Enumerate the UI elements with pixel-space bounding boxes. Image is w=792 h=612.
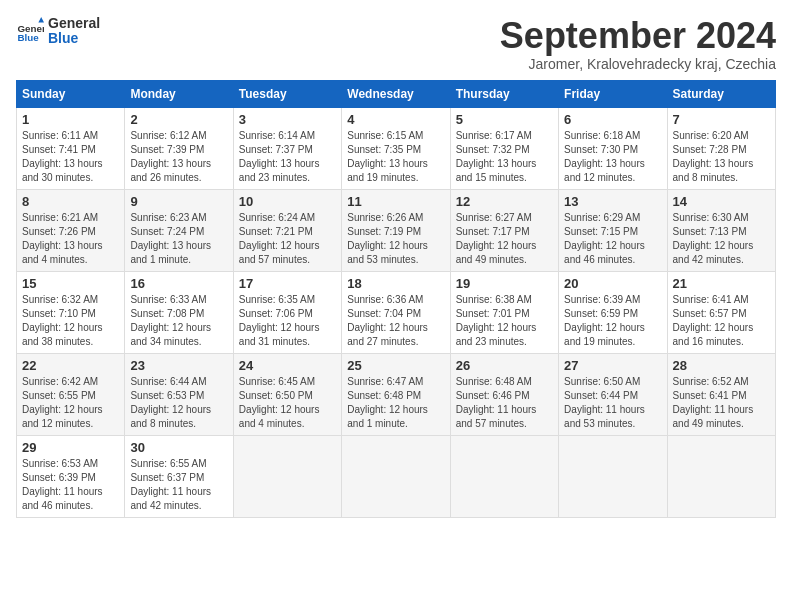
day-number: 4 (347, 112, 444, 127)
day-info: Sunrise: 6:24 AMSunset: 7:21 PMDaylight:… (239, 211, 336, 267)
day-number: 26 (456, 358, 553, 373)
day-number: 13 (564, 194, 661, 209)
svg-marker-2 (38, 17, 44, 23)
header-day-tuesday: Tuesday (233, 80, 341, 107)
calendar-cell: 27Sunrise: 6:50 AMSunset: 6:44 PMDayligh… (559, 353, 667, 435)
logo: General Blue General Blue (16, 16, 100, 47)
svg-text:Blue: Blue (17, 32, 39, 43)
header-day-friday: Friday (559, 80, 667, 107)
calendar-cell: 9Sunrise: 6:23 AMSunset: 7:24 PMDaylight… (125, 189, 233, 271)
day-number: 16 (130, 276, 227, 291)
day-info: Sunrise: 6:44 AMSunset: 6:53 PMDaylight:… (130, 375, 227, 431)
day-info: Sunrise: 6:30 AMSunset: 7:13 PMDaylight:… (673, 211, 770, 267)
calendar-body: 1Sunrise: 6:11 AMSunset: 7:41 PMDaylight… (17, 107, 776, 517)
calendar-cell: 7Sunrise: 6:20 AMSunset: 7:28 PMDaylight… (667, 107, 775, 189)
calendar-cell: 24Sunrise: 6:45 AMSunset: 6:50 PMDayligh… (233, 353, 341, 435)
day-info: Sunrise: 6:36 AMSunset: 7:04 PMDaylight:… (347, 293, 444, 349)
calendar-cell: 2Sunrise: 6:12 AMSunset: 7:39 PMDaylight… (125, 107, 233, 189)
day-number: 24 (239, 358, 336, 373)
day-info: Sunrise: 6:12 AMSunset: 7:39 PMDaylight:… (130, 129, 227, 185)
day-number: 11 (347, 194, 444, 209)
day-info: Sunrise: 6:55 AMSunset: 6:37 PMDaylight:… (130, 457, 227, 513)
calendar-cell: 30Sunrise: 6:55 AMSunset: 6:37 PMDayligh… (125, 435, 233, 517)
calendar-cell: 8Sunrise: 6:21 AMSunset: 7:26 PMDaylight… (17, 189, 125, 271)
day-info: Sunrise: 6:23 AMSunset: 7:24 PMDaylight:… (130, 211, 227, 267)
calendar-table: SundayMondayTuesdayWednesdayThursdayFrid… (16, 80, 776, 518)
day-number: 25 (347, 358, 444, 373)
day-number: 1 (22, 112, 119, 127)
day-info: Sunrise: 6:48 AMSunset: 6:46 PMDaylight:… (456, 375, 553, 431)
day-info: Sunrise: 6:41 AMSunset: 6:57 PMDaylight:… (673, 293, 770, 349)
day-number: 3 (239, 112, 336, 127)
day-number: 30 (130, 440, 227, 455)
day-number: 9 (130, 194, 227, 209)
calendar-cell (233, 435, 341, 517)
calendar-cell (667, 435, 775, 517)
calendar-cell (450, 435, 558, 517)
calendar-cell: 10Sunrise: 6:24 AMSunset: 7:21 PMDayligh… (233, 189, 341, 271)
logo-general: General (48, 16, 100, 31)
day-info: Sunrise: 6:39 AMSunset: 6:59 PMDaylight:… (564, 293, 661, 349)
day-number: 2 (130, 112, 227, 127)
calendar-cell: 1Sunrise: 6:11 AMSunset: 7:41 PMDaylight… (17, 107, 125, 189)
calendar-cell (342, 435, 450, 517)
day-number: 29 (22, 440, 119, 455)
calendar-header: SundayMondayTuesdayWednesdayThursdayFrid… (17, 80, 776, 107)
calendar-cell: 3Sunrise: 6:14 AMSunset: 7:37 PMDaylight… (233, 107, 341, 189)
calendar-cell: 20Sunrise: 6:39 AMSunset: 6:59 PMDayligh… (559, 271, 667, 353)
day-info: Sunrise: 6:20 AMSunset: 7:28 PMDaylight:… (673, 129, 770, 185)
calendar-cell: 4Sunrise: 6:15 AMSunset: 7:35 PMDaylight… (342, 107, 450, 189)
day-info: Sunrise: 6:21 AMSunset: 7:26 PMDaylight:… (22, 211, 119, 267)
header: General Blue General Blue September 2024… (16, 16, 776, 72)
day-number: 7 (673, 112, 770, 127)
day-info: Sunrise: 6:32 AMSunset: 7:10 PMDaylight:… (22, 293, 119, 349)
day-number: 5 (456, 112, 553, 127)
calendar-cell: 23Sunrise: 6:44 AMSunset: 6:53 PMDayligh… (125, 353, 233, 435)
calendar-cell: 21Sunrise: 6:41 AMSunset: 6:57 PMDayligh… (667, 271, 775, 353)
day-info: Sunrise: 6:11 AMSunset: 7:41 PMDaylight:… (22, 129, 119, 185)
calendar-cell: 19Sunrise: 6:38 AMSunset: 7:01 PMDayligh… (450, 271, 558, 353)
header-day-wednesday: Wednesday (342, 80, 450, 107)
logo-blue: Blue (48, 31, 100, 46)
day-info: Sunrise: 6:42 AMSunset: 6:55 PMDaylight:… (22, 375, 119, 431)
title-area: September 2024 Jaromer, Kralovehradecky … (500, 16, 776, 72)
day-number: 6 (564, 112, 661, 127)
calendar-week-5: 29Sunrise: 6:53 AMSunset: 6:39 PMDayligh… (17, 435, 776, 517)
day-info: Sunrise: 6:17 AMSunset: 7:32 PMDaylight:… (456, 129, 553, 185)
day-info: Sunrise: 6:15 AMSunset: 7:35 PMDaylight:… (347, 129, 444, 185)
calendar-cell: 15Sunrise: 6:32 AMSunset: 7:10 PMDayligh… (17, 271, 125, 353)
subtitle: Jaromer, Kralovehradecky kraj, Czechia (500, 56, 776, 72)
day-number: 12 (456, 194, 553, 209)
day-number: 20 (564, 276, 661, 291)
day-info: Sunrise: 6:27 AMSunset: 7:17 PMDaylight:… (456, 211, 553, 267)
calendar-cell: 17Sunrise: 6:35 AMSunset: 7:06 PMDayligh… (233, 271, 341, 353)
calendar-week-1: 1Sunrise: 6:11 AMSunset: 7:41 PMDaylight… (17, 107, 776, 189)
calendar-cell: 22Sunrise: 6:42 AMSunset: 6:55 PMDayligh… (17, 353, 125, 435)
calendar-cell: 25Sunrise: 6:47 AMSunset: 6:48 PMDayligh… (342, 353, 450, 435)
day-number: 10 (239, 194, 336, 209)
day-number: 18 (347, 276, 444, 291)
logo-icon: General Blue (16, 17, 44, 45)
day-info: Sunrise: 6:29 AMSunset: 7:15 PMDaylight:… (564, 211, 661, 267)
calendar-cell: 29Sunrise: 6:53 AMSunset: 6:39 PMDayligh… (17, 435, 125, 517)
day-number: 21 (673, 276, 770, 291)
header-day-saturday: Saturday (667, 80, 775, 107)
calendar-cell: 26Sunrise: 6:48 AMSunset: 6:46 PMDayligh… (450, 353, 558, 435)
calendar-week-3: 15Sunrise: 6:32 AMSunset: 7:10 PMDayligh… (17, 271, 776, 353)
calendar-cell: 6Sunrise: 6:18 AMSunset: 7:30 PMDaylight… (559, 107, 667, 189)
header-day-thursday: Thursday (450, 80, 558, 107)
day-number: 14 (673, 194, 770, 209)
day-info: Sunrise: 6:52 AMSunset: 6:41 PMDaylight:… (673, 375, 770, 431)
day-info: Sunrise: 6:35 AMSunset: 7:06 PMDaylight:… (239, 293, 336, 349)
calendar-cell: 28Sunrise: 6:52 AMSunset: 6:41 PMDayligh… (667, 353, 775, 435)
calendar-cell: 11Sunrise: 6:26 AMSunset: 7:19 PMDayligh… (342, 189, 450, 271)
calendar-cell: 18Sunrise: 6:36 AMSunset: 7:04 PMDayligh… (342, 271, 450, 353)
day-info: Sunrise: 6:33 AMSunset: 7:08 PMDaylight:… (130, 293, 227, 349)
day-number: 19 (456, 276, 553, 291)
day-number: 15 (22, 276, 119, 291)
calendar-week-4: 22Sunrise: 6:42 AMSunset: 6:55 PMDayligh… (17, 353, 776, 435)
day-number: 8 (22, 194, 119, 209)
month-title: September 2024 (500, 16, 776, 56)
day-info: Sunrise: 6:38 AMSunset: 7:01 PMDaylight:… (456, 293, 553, 349)
day-info: Sunrise: 6:18 AMSunset: 7:30 PMDaylight:… (564, 129, 661, 185)
